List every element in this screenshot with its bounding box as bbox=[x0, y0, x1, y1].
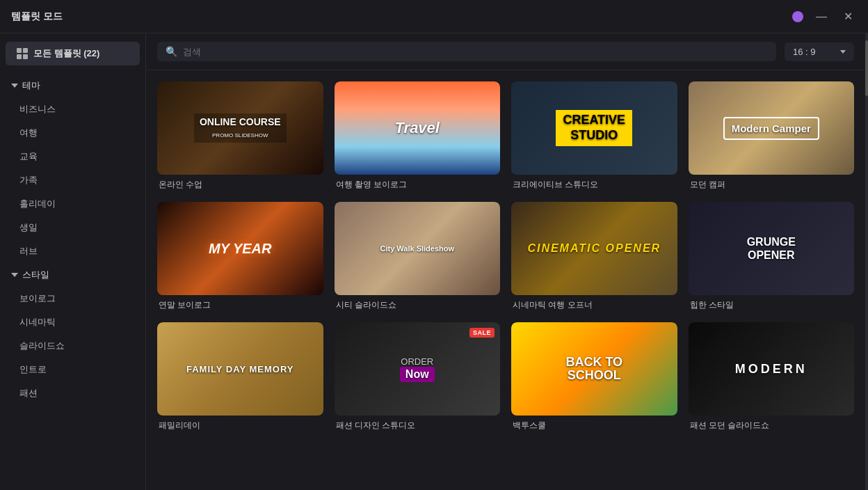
close-button[interactable]: ✕ bbox=[839, 8, 857, 25]
thumb-text-creative: CREATIVESTUDIO bbox=[556, 110, 632, 145]
template-card-creative-studio[interactable]: CREATIVESTUDIO 크리에이티브 스튜디오 bbox=[511, 81, 677, 191]
thumb-text-travel: Travel bbox=[395, 119, 440, 137]
template-card-modern-slideshow[interactable]: MODERN 패션 모던 슬라이드쇼 bbox=[689, 322, 855, 432]
template-card-fashion-design[interactable]: ORDER Now SALE 패션 디자인 스튜디오 bbox=[335, 322, 501, 432]
title-bar-left: 템플릿 모드 bbox=[11, 10, 63, 23]
templates-grid-wrap: ONLINE COURSEPROMO SLIDESHOW 온라인 수업 Trav… bbox=[146, 70, 865, 490]
template-label-fashion-design: 패션 디자인 스튜디오 bbox=[335, 416, 501, 432]
purple-circle-icon bbox=[792, 11, 803, 22]
search-input[interactable] bbox=[183, 47, 768, 57]
template-label-online-course: 온라인 수업 bbox=[157, 175, 323, 191]
sidebar-item-intro[interactable]: 인트로 bbox=[0, 358, 145, 381]
scroll-thumb[interactable] bbox=[865, 40, 868, 96]
app-title: 템플릿 모드 bbox=[11, 10, 63, 23]
thumb-text-online-course: ONLINE COURSEPROMO SLIDESHOW bbox=[194, 113, 287, 143]
theme-section-label: 테마 bbox=[22, 79, 40, 92]
template-card-grunge-opener[interactable]: GRUNGEOPENER 힙한 스타일 bbox=[689, 202, 855, 311]
thumb-text-grunge: GRUNGEOPENER bbox=[747, 235, 796, 262]
template-card-cinematic-opener[interactable]: CINEMATIC OPENER 시네마틱 여행 오프너 bbox=[511, 202, 677, 311]
search-icon: 🔍 bbox=[166, 46, 177, 57]
chevron-down-icon bbox=[840, 50, 846, 54]
template-label-cinematic-opener: 시네마틱 여행 오프너 bbox=[511, 295, 677, 311]
theme-section-header[interactable]: 테마 bbox=[0, 74, 145, 97]
grid-icon bbox=[17, 48, 28, 59]
search-input-wrap: 🔍 bbox=[157, 42, 776, 61]
search-bar: 🔍 16 : 9 bbox=[146, 33, 865, 70]
sidebar-item-fashion[interactable]: 패션 bbox=[0, 381, 145, 405]
thumb-text-back-to-school: BACK TOSCHOOL bbox=[565, 356, 622, 384]
style-section-header[interactable]: 스타일 bbox=[0, 263, 145, 287]
triangle-down-icon bbox=[11, 84, 18, 88]
title-bar-controls: — ✕ bbox=[792, 8, 857, 25]
sidebar-item-holiday[interactable]: 홀리데이 bbox=[0, 192, 145, 216]
title-bar: 템플릿 모드 — ✕ bbox=[0, 0, 868, 33]
template-card-modern-camper[interactable]: Modern Camper 모던 캠퍼 bbox=[689, 81, 855, 191]
sidebar-item-travel[interactable]: 여행 bbox=[0, 121, 145, 145]
template-card-my-year[interactable]: MY YEAR 연말 보이로그 bbox=[157, 202, 323, 311]
minimize-button[interactable]: — bbox=[812, 8, 831, 25]
template-label-back-to-school: 백투스쿨 bbox=[511, 416, 677, 432]
thumb-text-fashion: ORDER Now bbox=[400, 356, 435, 382]
templates-grid: ONLINE COURSEPROMO SLIDESHOW 온라인 수업 Trav… bbox=[157, 81, 854, 432]
template-label-creative-studio: 크리에이티브 스튜디오 bbox=[511, 175, 677, 191]
template-card-back-to-school[interactable]: BACK TOSCHOOL 백투스쿨 bbox=[511, 322, 677, 432]
template-label-my-year: 연말 보이로그 bbox=[157, 295, 323, 311]
template-label-modern-slideshow: 패션 모던 슬라이드쇼 bbox=[689, 416, 855, 432]
content-area: 🔍 16 : 9 ONLINE COURSEPROMO SLIDESHOW 온라… bbox=[146, 33, 865, 490]
style-section: 스타일 보이로그 시네마틱 슬라이드쇼 인트로 패션 bbox=[0, 263, 145, 405]
sidebar-item-birthday[interactable]: 생일 bbox=[0, 216, 145, 239]
thumb-text-my-year: MY YEAR bbox=[209, 241, 271, 257]
sale-badge: SALE bbox=[469, 328, 495, 338]
template-label-travel-vlog: 여행 촬영 보이로그 bbox=[335, 175, 501, 191]
template-card-travel-vlog[interactable]: Travel 여행 촬영 보이로그 bbox=[335, 81, 501, 191]
sidebar-item-slideshow[interactable]: 슬라이드쇼 bbox=[0, 334, 145, 358]
template-card-city-walk[interactable]: City Walk Slideshow 시티 슬라이드쇼 bbox=[335, 202, 501, 311]
template-label-grunge-opener: 힙한 스타일 bbox=[689, 295, 855, 311]
sidebar-item-education[interactable]: 교육 bbox=[0, 145, 145, 168]
thumb-text-cinematic: CINEMATIC OPENER bbox=[527, 242, 661, 255]
sidebar-item-love[interactable]: 러브 bbox=[0, 239, 145, 263]
sidebar-item-vlog[interactable]: 보이로그 bbox=[0, 287, 145, 310]
thumb-text-modern-slideshow: MODERN bbox=[735, 362, 807, 377]
all-templates-button[interactable]: 모든 템플릿 (22) bbox=[6, 42, 140, 65]
style-section-label: 스타일 bbox=[22, 269, 49, 281]
all-templates-label: 모든 템플릿 (22) bbox=[33, 47, 99, 60]
sidebar-item-family[interactable]: 가족 bbox=[0, 168, 145, 192]
template-card-online-course[interactable]: ONLINE COURSEPROMO SLIDESHOW 온라인 수업 bbox=[157, 81, 323, 191]
template-label-city-walk: 시티 슬라이드쇼 bbox=[335, 295, 501, 311]
thumb-text-family: FAMILY DAY MEMORY bbox=[186, 364, 294, 374]
template-label-modern-camper: 모던 캠퍼 bbox=[689, 175, 855, 191]
triangle-down-icon-style bbox=[11, 273, 18, 277]
template-label-family-day: 패밀리데이 bbox=[157, 416, 323, 432]
scroll-indicator bbox=[865, 33, 868, 490]
main-layout: 모든 템플릿 (22) 테마 비즈니스 여행 교육 가족 홀리데이 생일 러브 … bbox=[0, 33, 868, 490]
aspect-ratio-select[interactable]: 16 : 9 bbox=[785, 42, 854, 61]
sidebar: 모든 템플릿 (22) 테마 비즈니스 여행 교육 가족 홀리데이 생일 러브 … bbox=[0, 33, 146, 490]
aspect-ratio-label: 16 : 9 bbox=[793, 47, 816, 57]
template-card-family-day[interactable]: FAMILY DAY MEMORY 패밀리데이 bbox=[157, 322, 323, 432]
sidebar-item-business[interactable]: 비즈니스 bbox=[0, 97, 145, 121]
thumb-text-modern-camper: Modern Camper bbox=[723, 117, 819, 140]
thumb-text-city-walk: City Walk Slideshow bbox=[380, 244, 454, 253]
sidebar-item-cinematic[interactable]: 시네마틱 bbox=[0, 310, 145, 334]
theme-section: 테마 비즈니스 여행 교육 가족 홀리데이 생일 러브 bbox=[0, 74, 145, 263]
